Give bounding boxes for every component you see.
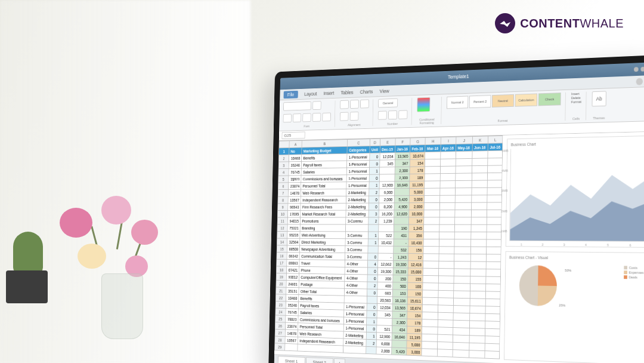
style-calculation[interactable]: Calculation (515, 93, 537, 106)
align-right-button[interactable] (360, 99, 369, 108)
align-center-button[interactable] (350, 100, 359, 109)
group-cells-label: Cells (571, 117, 581, 121)
group-align-label: Alignment (340, 123, 369, 127)
photo-scene: Template1 File Layout Insert Tables Char… (0, 0, 644, 363)
line-chart: Business Chart 5MB 4MB 3MB 2MB 1MB 1 2 (506, 136, 644, 248)
col-header[interactable]: C (348, 139, 370, 147)
col-header[interactable]: J (456, 137, 472, 144)
menu-tables[interactable]: Tables (341, 90, 354, 96)
col-header[interactable]: D (370, 139, 380, 146)
menu-view[interactable]: View (380, 88, 389, 94)
add-sheet-button[interactable]: + (334, 358, 345, 363)
chart-title-1: Business Chart (511, 140, 644, 147)
window-title: Template1 (448, 73, 469, 80)
name-box[interactable]: G25 (281, 131, 305, 139)
bold-button[interactable] (283, 113, 292, 122)
header-cell[interactable]: No (289, 147, 302, 155)
header-cell[interactable]: Feb-16 (410, 145, 426, 153)
minimize-icon[interactable] (634, 67, 639, 72)
header-cell[interactable]: Unit (370, 146, 380, 153)
computer-monitor: Template1 File Layout Insert Tables Char… (268, 55, 644, 363)
conditional-format-button[interactable] (417, 97, 430, 112)
style-neutral[interactable]: Neutral (492, 94, 514, 107)
header-cell[interactable]: May-16 (456, 144, 472, 152)
fill-color-button[interactable] (322, 112, 331, 121)
group-number-label: Number (378, 122, 408, 126)
settings-icon[interactable] (636, 78, 643, 85)
header-cell[interactable]: Apr-16 (441, 144, 456, 152)
comma-button[interactable] (398, 110, 407, 119)
delete-cells[interactable]: Delete (571, 96, 581, 100)
pie-graphic (519, 265, 558, 306)
flower-bouquet (36, 184, 203, 339)
col-header[interactable]: F (395, 138, 410, 146)
charts-panel: Business Chart 5MB 4MB 3MB 2MB 1MB 1 2 (500, 132, 644, 363)
merge-button[interactable] (350, 112, 359, 121)
cond-format-label: Conditional Formatting (417, 118, 437, 125)
col-header[interactable]: A (289, 140, 302, 147)
border-button[interactable] (312, 113, 321, 122)
tab-sheet2[interactable]: Sheet 2 (306, 357, 333, 363)
wrap-button[interactable] (340, 112, 349, 121)
format-cells[interactable]: Format (571, 100, 581, 103)
style-check[interactable]: Check (538, 93, 561, 106)
currency-button[interactable] (378, 110, 387, 119)
underline-button[interactable] (302, 113, 311, 122)
header-cell[interactable]: Dec-15 (380, 146, 395, 153)
help-icons (636, 77, 644, 85)
italic-button[interactable] (293, 113, 301, 122)
col-header[interactable]: H (425, 137, 441, 145)
style-normal[interactable]: Normal 2 (447, 96, 468, 109)
menu-charts[interactable]: Charts (360, 88, 373, 94)
tab-sheet1[interactable]: Sheet 1 (278, 356, 305, 363)
themes-button[interactable]: Ab (592, 91, 606, 106)
table-row[interactable]: 1194015Promotions3-Commu21,239347 (277, 217, 501, 224)
col-header[interactable]: G (410, 137, 426, 145)
col-header[interactable]: I (441, 137, 456, 144)
font-size[interactable] (312, 101, 321, 110)
group-format-label: Format (447, 118, 561, 124)
header-cell[interactable]: Mar-16 (425, 144, 441, 152)
menu-insert[interactable]: Insert (323, 90, 334, 96)
table-row[interactable]: 1017695Market Research Total2-Marketing3… (277, 210, 501, 217)
percent-button[interactable] (388, 110, 397, 119)
group-font-label: Font (283, 124, 330, 129)
pie-chart: Business Chart - Visual 50% 25% Costs Ex… (504, 251, 644, 363)
menu-file[interactable]: File (283, 90, 298, 98)
col-header[interactable]: E (380, 139, 395, 146)
window-controls[interactable] (634, 66, 644, 72)
header-cell[interactable]: Jan-16 (395, 145, 410, 153)
header-cell[interactable]: Categories (347, 146, 370, 154)
col-header[interactable]: L (488, 136, 503, 143)
style-percent[interactable]: Percent 2 (469, 95, 491, 108)
spreadsheet-grid[interactable]: ABCDEFGHIJKL1NoMarketing BudgetCategorie… (274, 136, 503, 363)
table-row[interactable]: 996543Firm Research Fees2-Marketing08,20… (278, 202, 502, 211)
spreadsheet-app: Template1 File Layout Insert Tables Char… (274, 62, 644, 363)
insert-cells[interactable]: Insert (571, 92, 581, 96)
header-cell[interactable]: Jun-16 (472, 143, 488, 151)
chart-title-2: Business Chart - Visual (509, 256, 644, 261)
whale-icon (495, 13, 515, 33)
maximize-icon[interactable] (640, 67, 644, 72)
number-format[interactable]: General (378, 99, 398, 108)
font-picker[interactable] (283, 101, 311, 111)
menu-layout[interactable]: Layout (304, 91, 317, 97)
col-header[interactable]: K (472, 136, 488, 144)
brand-overlay: CONTENTWHALE (495, 13, 624, 33)
brand-text: CONTENTWHALE (520, 17, 624, 30)
pie-legend: Costs Expenses Deals (624, 264, 644, 280)
align-left-button[interactable] (340, 100, 349, 109)
cell-styles: Normal 2 Percent 2 Neutral Calculation C… (447, 93, 561, 109)
header-cell[interactable]: Jul-16 (488, 143, 503, 151)
group-themes-label: Themes (592, 116, 606, 120)
